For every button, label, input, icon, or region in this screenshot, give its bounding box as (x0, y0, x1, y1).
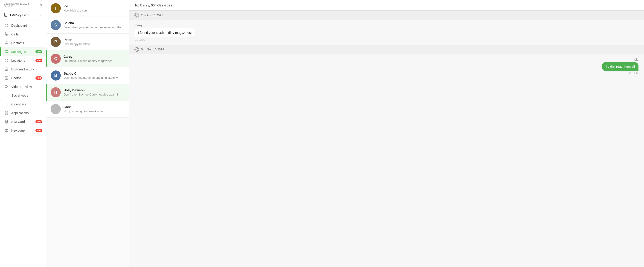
msg-content: Babby C Don't save my name as anything s… (64, 72, 125, 80)
svg-point-1 (6, 16, 6, 16)
msg-name: Jack (64, 105, 125, 109)
photos-icon (4, 76, 8, 80)
avatar: P (51, 37, 61, 47)
svg-point-2 (5, 24, 8, 27)
sidebar-item-sim-card[interactable]: SIM Card HOT (0, 118, 46, 126)
chat-messages: Thu Apr 15 2021 Carey I found your stash… (129, 10, 644, 267)
sidebar: Updated: Aug 12 2024 08:37:37 ↻ Galaxy S… (0, 0, 46, 267)
svg-rect-25 (7, 113, 8, 114)
list-item[interactable]: S Selena Dear when you get home please s… (46, 17, 129, 34)
svg-point-10 (6, 77, 6, 78)
avatar: H (51, 87, 61, 97)
sidebar-item-calls[interactable]: Calls (0, 30, 46, 39)
message-list: I Ice How high are you S Selena Dear whe… (46, 0, 129, 267)
sidebar-item-video-preview[interactable]: Video Preview (0, 82, 46, 91)
msg-name: Holly Dawson (64, 88, 125, 92)
svg-text:S: S (54, 23, 57, 28)
chat-sender-name-me: Me (134, 58, 638, 61)
sidebar-item-label: Locations (11, 59, 33, 62)
svg-point-13 (7, 94, 8, 95)
device-left: Galaxy S10 (4, 13, 28, 17)
sidebar-item-photos[interactable]: Photos HOT (0, 74, 46, 82)
list-item[interactable]: C Carey I found your stash of dirty maga… (46, 50, 129, 67)
svg-rect-24 (5, 113, 6, 114)
list-item[interactable]: B Babby C Don't save my name as anything… (46, 67, 129, 84)
svg-rect-18 (5, 103, 8, 106)
sidebar-item-label: Social Apps (11, 94, 38, 97)
sidebar-item-label: Photos (11, 76, 33, 80)
chat-sender-name: Carey (134, 24, 638, 27)
msg-name: Carey (64, 55, 125, 58)
messages-icon (4, 50, 8, 54)
device-chevron-down-icon[interactable]: ⌄ (39, 12, 42, 17)
tablet-icon (4, 13, 8, 17)
svg-text:C: C (54, 56, 57, 61)
message-time-me: 23:16:26 (135, 72, 638, 75)
device-name: Galaxy S10 (10, 13, 28, 17)
svg-point-15 (7, 96, 8, 97)
dashboard-icon (4, 24, 8, 28)
sidebar-item-calendars[interactable]: Calendars (0, 100, 46, 109)
svg-text:H: H (54, 90, 57, 94)
bubble-row-other: I found your stash of dirty magazines! (134, 28, 638, 38)
sidebar-item-browser-history[interactable]: Browser History (0, 65, 46, 74)
device-row: Galaxy S10 ⌄ (0, 10, 46, 20)
list-item[interactable]: P Peter Hey, happy bithday! (46, 34, 129, 50)
msg-content: Holly Dawson Don't' ever Buy me Curry no… (64, 88, 125, 96)
sidebar-item-label: Contacts (11, 41, 42, 45)
sidebar-item-label: Applications (11, 111, 42, 115)
key-icon (4, 128, 8, 132)
refresh-icon: ↻ (39, 3, 42, 7)
list-item[interactable]: Jack Nm just doing homework wbu (46, 101, 129, 118)
svg-point-14 (5, 95, 6, 96)
bubble-row-me: I didn't read them all (134, 62, 638, 71)
msg-content: Jack Nm just doing homework wbu (64, 105, 125, 113)
chat-header: To: Carey, 604-329-7522 (129, 0, 644, 10)
apps-icon (4, 111, 8, 115)
chat-group: Carey I found your stash of dirty magazi… (129, 20, 644, 45)
svg-point-4 (6, 42, 7, 43)
date-divider: Sun Sep 15 2019 (129, 45, 644, 54)
keylogger-badge: HOT (36, 129, 42, 132)
message-time: 01:16:26 (135, 38, 638, 41)
sim-icon (4, 120, 8, 124)
svg-rect-11 (5, 86, 7, 88)
msg-preview: How high are you (64, 9, 125, 12)
msg-preview: I found your stash of dirty magazines! (64, 59, 125, 62)
nav-items: Dashboard Calls Contacts Messages HOT (0, 20, 46, 267)
messages-badge: HOT (36, 50, 42, 54)
updated-label: Updated: Aug 12 2024 08:37:37 ↻ (4, 2, 42, 8)
msg-content: Peter Hey, happy bithday! (64, 38, 125, 46)
updated-text: Updated: Aug 12 2024 08:37:37 (4, 2, 38, 8)
svg-text:B: B (54, 73, 57, 78)
calendar-icon (4, 102, 8, 106)
svg-point-6 (6, 60, 7, 61)
sidebar-item-keylogger[interactable]: Keylogger HOT (0, 126, 46, 135)
sidebar-item-social-apps[interactable]: Social Apps › (0, 91, 46, 100)
contacts-icon (4, 41, 8, 45)
chat-group-me: Me I didn't read them all 23:16:26 (129, 54, 644, 79)
message-bubble: I found your stash of dirty magazines! (134, 28, 196, 38)
calls-icon (4, 32, 8, 36)
avatar (51, 104, 61, 114)
list-item[interactable]: H Holly Dawson Don't' ever Buy me Curry … (46, 84, 129, 101)
svg-rect-23 (7, 112, 8, 113)
msg-preview: Nm just doing homework wbu (64, 110, 125, 113)
msg-content: Ice How high are you (64, 4, 125, 12)
sidebar-item-locations[interactable]: Locations HOT (0, 56, 46, 65)
sidebar-item-messages[interactable]: Messages HOT (0, 48, 46, 56)
list-item[interactable]: I Ice How high are you (46, 0, 129, 17)
msg-preview: Hey, happy bithday! (64, 42, 125, 46)
message-bubble-me: I didn't read them all (602, 62, 638, 71)
svg-point-5 (5, 59, 8, 62)
svg-line-17 (6, 94, 7, 95)
msg-preview: Dear when you get home please set out th… (64, 26, 125, 29)
sidebar-item-dashboard[interactable]: Dashboard (0, 21, 46, 30)
date-divider: Thu Apr 15 2021 (129, 10, 644, 20)
svg-text:I: I (55, 6, 56, 10)
avatar: B (51, 70, 61, 80)
sidebar-item-contacts[interactable]: Contacts (0, 39, 46, 48)
date-label: Thu Apr 15 2021 (141, 14, 163, 17)
svg-line-16 (6, 96, 7, 96)
sidebar-item-applications[interactable]: Applications (0, 109, 46, 118)
